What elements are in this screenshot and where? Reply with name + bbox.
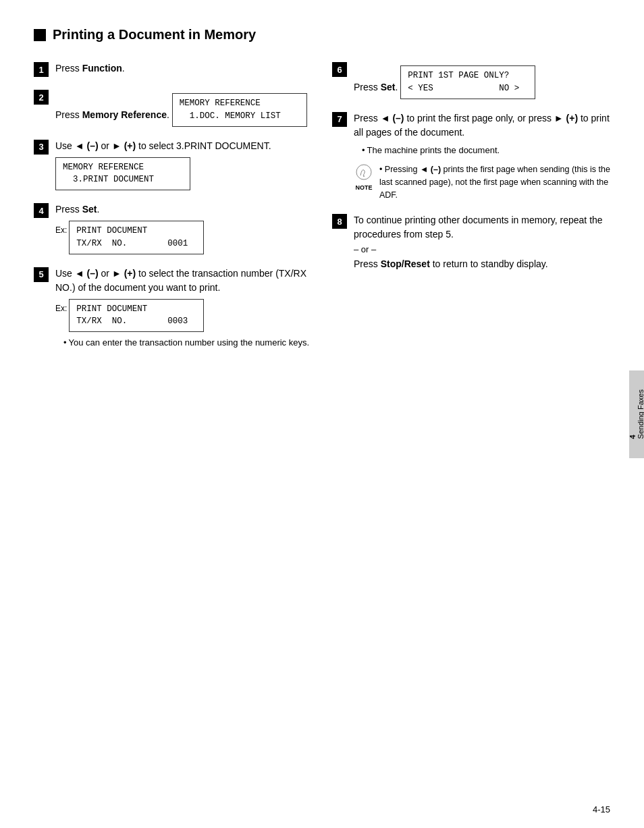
step-4-lcd-line1: PRINT DOCUMENT	[76, 225, 196, 238]
step-4-lcd: PRINT DOCUMENT TX/RX NO. 0001	[69, 221, 204, 254]
step-5-lcd-wrapper: Ex: PRINT DOCUMENT TX/RX NO. 0003	[55, 299, 312, 333]
step-7-number: 7	[332, 112, 347, 127]
step-5: 5 Use ◄ (–) or ► (+) to select the trans…	[34, 267, 312, 350]
step-5-lcd-line1: PRINT DOCUMENT	[76, 303, 196, 316]
step-3-lcd-line2: 3.PRINT DOCUMENT	[63, 173, 183, 186]
step-2-content: Press Memory Reference. MEMORY REFERENCE…	[55, 89, 312, 127]
step-7: 7 Press ◄ (–) to print the first page on…	[332, 111, 610, 202]
step-1-number: 1	[34, 62, 49, 77]
step-4-number: 4	[34, 203, 49, 218]
note-label-text: NOTE	[355, 184, 372, 191]
step-6-lcd: PRINT 1ST PAGE ONLY? < YES NO >	[400, 65, 535, 99]
step-7-note: NOTE • Pressing ◄ (–) prints the first p…	[354, 163, 610, 201]
step-6: 6 Press Set. PRINT 1ST PAGE ONLY? < YES …	[332, 61, 610, 99]
note-pencil-icon	[354, 163, 374, 184]
sidebar-tab: 4Sending Faxes	[629, 370, 644, 458]
step-5-text: Use ◄ (–) or ► (+) to select the transac…	[55, 268, 306, 293]
step-3-text: Use ◄ (–) or ► (+) to select 3.PRINT DOC…	[55, 140, 271, 151]
step-6-lcd-line2: < YES NO >	[408, 82, 528, 95]
step-2-number: 2	[34, 90, 49, 105]
step-8-stop-text: Press Stop/Reset to return to standby di…	[354, 258, 548, 269]
step-2-text: Press Memory Reference.	[55, 109, 169, 120]
step-4-lcd-line2: TX/RX NO. 0001	[76, 238, 196, 250]
step-4-ex-label: Ex:	[55, 225, 67, 235]
step-1: 1 Press Function.	[34, 61, 312, 77]
step-6-text: Press Set.	[354, 82, 398, 92]
step-8: 8 To continue printing other documents i…	[332, 213, 610, 271]
step-4: 4 Press Set. Ex: PRINT DOCUMENT TX/RX NO…	[34, 202, 312, 254]
step-5-content: Use ◄ (–) or ► (+) to select the transac…	[55, 267, 312, 350]
page-title: Printing a Document in Memory	[34, 27, 610, 43]
step-7-subnote: The machine prints the document.	[354, 144, 610, 157]
step-3-number: 3	[34, 140, 49, 155]
step-5-lcd-line2: TX/RX NO. 0003	[76, 315, 196, 328]
step-5-lcd: PRINT DOCUMENT TX/RX NO. 0003	[69, 299, 204, 333]
step-2: 2 Press Memory Reference. MEMORY REFEREN…	[34, 89, 312, 127]
step-4-text: Press Set.	[55, 204, 99, 215]
title-text: Printing a Document in Memory	[53, 27, 256, 43]
step-8-number: 8	[332, 214, 347, 229]
step-7-text: Press ◄ (–) to print the first page only…	[354, 113, 610, 138]
page-container: Printing a Document in Memory 1 Press Fu…	[0, 0, 644, 828]
svg-point-0	[356, 165, 371, 180]
step-3-lcd: MEMORY REFERENCE 3.PRINT DOCUMENT	[55, 157, 190, 191]
step-4-content: Press Set. Ex: PRINT DOCUMENT TX/RX NO. …	[55, 202, 312, 254]
step-8-or: – or –	[354, 244, 610, 254]
title-icon	[34, 29, 46, 41]
step-6-content: Press Set. PRINT 1ST PAGE ONLY? < YES NO…	[354, 61, 610, 99]
step-8-content: To continue printing other documents in …	[354, 213, 610, 271]
step-5-ex-label: Ex:	[55, 304, 67, 313]
step-2-lcd-line1: MEMORY REFERENCE	[180, 97, 300, 110]
step-6-number: 6	[332, 62, 347, 77]
step-7-note-text: • Pressing ◄ (–) prints the first page w…	[379, 163, 610, 201]
page-number: 4-15	[593, 804, 610, 815]
step-3: 3 Use ◄ (–) or ► (+) to select 3.PRINT D…	[34, 139, 312, 191]
step-7-content: Press ◄ (–) to print the first page only…	[354, 111, 610, 202]
step-2-lcd-line2: 1.DOC. MEMORY LIST	[180, 110, 300, 123]
note-icon-wrapper: NOTE	[354, 163, 374, 191]
step-1-text: Press Function.	[55, 63, 125, 74]
step-3-content: Use ◄ (–) or ► (+) to select 3.PRINT DOC…	[55, 139, 312, 191]
left-column: 1 Press Function. 2 Press Memory Referen…	[34, 61, 312, 362]
step-5-number: 5	[34, 267, 49, 282]
step-6-lcd-line1: PRINT 1ST PAGE ONLY?	[408, 70, 528, 82]
step-3-lcd-line1: MEMORY REFERENCE	[63, 161, 183, 174]
step-5-subnote: You can enter the transaction number usi…	[55, 336, 312, 350]
step-8-text: To continue printing other documents in …	[354, 215, 603, 240]
content-columns: 1 Press Function. 2 Press Memory Referen…	[34, 61, 610, 362]
right-column: 6 Press Set. PRINT 1ST PAGE ONLY? < YES …	[332, 61, 610, 362]
step-1-content: Press Function.	[55, 61, 312, 76]
sidebar-tab-label: 4Sending Faxes	[628, 389, 644, 439]
step-4-lcd-wrapper: Ex: PRINT DOCUMENT TX/RX NO. 0001	[55, 221, 312, 254]
step-2-lcd: MEMORY REFERENCE 1.DOC. MEMORY LIST	[172, 93, 307, 127]
